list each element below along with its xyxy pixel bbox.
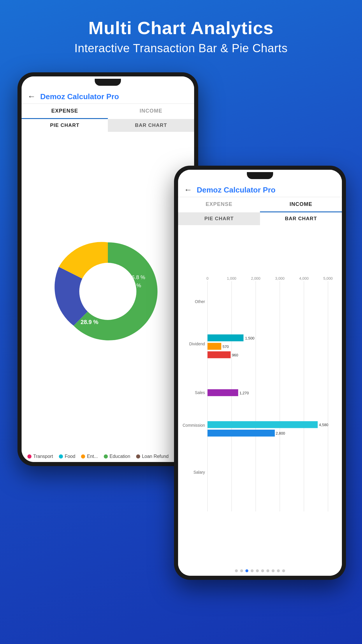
bar-chart-btn-back[interactable]: BAR CHART — [108, 119, 194, 132]
legend-dot-education — [104, 454, 108, 459]
tab-income-front[interactable]: INCOME — [260, 197, 342, 212]
chart-type-front: PIE CHART BAR CHART — [178, 212, 342, 225]
legend-food: Food — [59, 454, 75, 459]
bar-chart-btn-front[interactable]: BAR CHART — [260, 212, 342, 225]
back-arrow-icon-front[interactable]: ← — [184, 185, 192, 195]
bar-label-dividend-3: 960 — [232, 353, 238, 357]
legend-transport: Transport — [27, 454, 53, 459]
pie-label-1: 6.8 % — [132, 274, 145, 280]
legend-loan: Loan Refund — [136, 454, 169, 459]
bar-chart-area: 0 1,000 2,000 3,000 4,000 5,000 — [178, 225, 342, 566]
toolbar-back: ← Demoz Calculator Pro — [22, 90, 194, 104]
pie-chart-svg: 6.8 % 0.0 % 28.9 % 0.0 % — [47, 230, 169, 353]
dot-4 — [251, 569, 254, 572]
bar-chart-svg: 0 1,000 2,000 3,000 4,000 5,000 — [182, 230, 339, 561]
legend-ent: Ent... — [81, 454, 98, 459]
phone-front-screen: ← Demoz Calculator Pro EXPENSE INCOME PI… — [178, 170, 342, 576]
phones-container: ← Demoz Calculator Pro EXPENSE INCOME PI… — [0, 64, 362, 603]
tabs-back: EXPENSE INCOME — [22, 104, 194, 119]
bar-label-dividend-1: 1,500 — [245, 336, 254, 340]
bar-commission-2 — [208, 430, 275, 437]
chart-type-back: PIE CHART BAR CHART — [22, 119, 194, 132]
pie-chart-area: 6.8 % 0.0 % 28.9 % 0.0 % — [22, 132, 194, 451]
phone-back: ← Demoz Calculator Pro EXPENSE INCOME PI… — [17, 72, 198, 466]
header-title: Multi Chart Analytics — [0, 18, 362, 38]
x-label-1: 1,000 — [227, 276, 236, 281]
bar-dividend-2 — [208, 343, 221, 350]
notch-back — [95, 79, 121, 86]
cat-label-sales: Sales — [195, 390, 205, 395]
app-ui-front: ← Demoz Calculator Pro EXPENSE INCOME PI… — [178, 170, 342, 576]
legend-dot-ent — [81, 454, 85, 459]
tab-expense-front[interactable]: EXPENSE — [178, 197, 260, 212]
phone-front: ← Demoz Calculator Pro EXPENSE INCOME PI… — [174, 166, 346, 580]
phone-back-screen: ← Demoz Calculator Pro EXPENSE INCOME PI… — [22, 76, 194, 462]
tabs-front: EXPENSE INCOME — [178, 197, 342, 212]
dot-1 — [235, 569, 238, 572]
x-label-4: 4,000 — [299, 276, 309, 281]
page-dots — [178, 566, 342, 576]
pie-donut-hole — [79, 263, 136, 320]
bar-label-sales-1: 1,270 — [239, 391, 249, 395]
dot-10 — [282, 569, 285, 572]
dot-7 — [266, 569, 269, 572]
toolbar-front: ← Demoz Calculator Pro — [178, 183, 342, 197]
tab-expense-back[interactable]: EXPENSE — [22, 104, 108, 119]
legend-dot-loan — [136, 454, 140, 459]
dot-3 — [245, 569, 248, 572]
cat-label-dividend: Dividend — [189, 342, 205, 346]
dot-8 — [272, 569, 275, 572]
cat-label-commission: Commission — [183, 423, 205, 428]
dot-9 — [277, 569, 280, 572]
app-title-back: Demoz Calculator Pro — [40, 92, 119, 101]
header-subtitle: Interactive Transaction Bar & Pie Charts — [0, 42, 362, 55]
legend-dot-transport — [27, 454, 31, 459]
x-label-5: 5,000 — [323, 276, 333, 281]
bar-label-commission-2: 2,800 — [276, 431, 285, 435]
pie-label-3: 28.9 % — [80, 319, 98, 325]
legend-label-education: Education — [110, 454, 130, 459]
bar-dividend-1 — [208, 335, 244, 342]
pie-legend: Transport Food Ent... Education — [22, 451, 194, 462]
legend-dot-food — [59, 454, 63, 459]
legend-education: Education — [104, 454, 130, 459]
app-ui-back: ← Demoz Calculator Pro EXPENSE INCOME PI… — [22, 76, 194, 462]
x-label-0: 0 — [206, 276, 208, 281]
bar-label-commission-1: 4,580 — [319, 423, 328, 427]
x-label-3: 3,000 — [275, 276, 284, 281]
legend-label-transport: Transport — [33, 454, 53, 459]
cat-label-other: Other — [195, 299, 205, 304]
dot-2 — [240, 569, 243, 572]
bar-label-dividend-2: 570 — [222, 344, 229, 349]
pie-label-2: 0.0 % — [128, 283, 141, 288]
x-label-2: 2,000 — [251, 276, 260, 281]
pie-label-4: 0.0 % — [105, 340, 119, 346]
app-title-front: Demoz Calculator Pro — [197, 186, 275, 195]
bar-sales-1 — [208, 389, 238, 396]
pie-chart-btn-front[interactable]: PIE CHART — [178, 212, 260, 225]
notch-front — [247, 172, 273, 179]
legend-label-food: Food — [65, 454, 75, 459]
back-arrow-icon[interactable]: ← — [27, 92, 36, 101]
dot-5 — [256, 569, 259, 572]
cat-label-salary: Salary — [194, 470, 205, 475]
legend-label-ent: Ent... — [87, 454, 98, 459]
tab-income-back[interactable]: INCOME — [108, 104, 194, 119]
pie-chart-btn-back[interactable]: PIE CHART — [22, 119, 108, 132]
legend-label-loan: Loan Refund — [142, 454, 169, 459]
bar-commission-1 — [208, 421, 318, 428]
bar-dividend-3 — [208, 351, 231, 358]
header-section: Multi Chart Analytics Interactive Transa… — [0, 0, 362, 64]
dot-6 — [261, 569, 264, 572]
